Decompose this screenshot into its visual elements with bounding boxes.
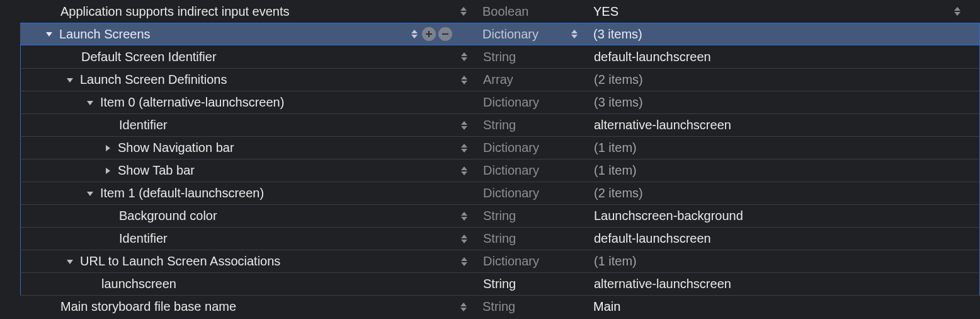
chevron-down-icon[interactable] — [65, 257, 75, 267]
remove-button[interactable] — [438, 27, 452, 41]
value-cell[interactable]: Main — [581, 299, 980, 314]
table-row[interactable]: Show Tab barDictionary(1 item) — [20, 159, 980, 182]
key-cell[interactable]: Main storyboard file base name — [20, 296, 474, 318]
type-cell[interactable]: Dictionary — [474, 186, 581, 200]
value-label: (1 item) — [594, 163, 637, 178]
key-stepper-icon[interactable] — [411, 29, 418, 39]
value-label: (1 item) — [594, 141, 637, 155]
key-label: Identifier — [119, 118, 168, 132]
table-row[interactable]: IdentifierStringdefault-launchscreen — [20, 227, 980, 250]
type-cell[interactable]: Dictionary — [474, 141, 581, 155]
value-cell[interactable]: alternative-launchscreen — [581, 118, 979, 132]
value-cell[interactable]: (1 item) — [581, 141, 979, 155]
table-row[interactable]: Launch ScreensDictionary(3 items) — [20, 23, 980, 45]
chevron-right-icon[interactable] — [103, 166, 113, 176]
chevron-down-icon[interactable] — [85, 98, 95, 108]
key-cell[interactable]: Identifier — [21, 114, 474, 136]
key-cell[interactable]: Background color — [21, 205, 474, 227]
value-label: Launchscreen-background — [594, 209, 743, 223]
add-button[interactable] — [422, 27, 436, 41]
value-label: default-launchscreen — [594, 50, 711, 64]
key-cell[interactable]: Launch Screen Definitions — [21, 69, 474, 91]
key-stepper-icon[interactable] — [460, 120, 468, 130]
type-cell[interactable]: Dictionary — [474, 163, 581, 178]
type-cell[interactable]: Array — [474, 72, 581, 87]
value-label: (3 items) — [593, 27, 642, 42]
table-row[interactable]: Item 0 (alternative-launchscreen)Diction… — [20, 91, 980, 113]
table-row[interactable]: Launch Screen DefinitionsArray(2 items) — [20, 68, 980, 91]
key-stepper-icon[interactable] — [460, 302, 467, 312]
key-cell[interactable]: Show Tab bar — [21, 160, 474, 182]
table-row[interactable]: Application supports indirect input even… — [20, 0, 980, 23]
key-cell[interactable]: Show Navigation bar — [21, 137, 474, 159]
key-stepper-icon[interactable] — [460, 52, 468, 62]
type-cell[interactable]: Dictionary — [474, 95, 581, 110]
value-cell[interactable]: Launchscreen-background — [581, 209, 979, 223]
key-stepper-icon[interactable] — [460, 143, 468, 153]
type-cell[interactable]: String — [474, 50, 581, 64]
type-cell[interactable]: String — [474, 231, 581, 246]
key-cell[interactable]: Launch Screens — [20, 23, 474, 45]
chevron-down-icon[interactable] — [85, 188, 95, 199]
key-stepper-icon[interactable] — [460, 257, 468, 267]
value-stepper-icon[interactable] — [954, 6, 961, 16]
table-row[interactable]: Main storyboard file base nameStringMain — [20, 295, 980, 318]
table-row[interactable]: Default Screen IdentifierStringdefault-l… — [20, 45, 980, 68]
value-cell[interactable]: (2 items) — [581, 72, 979, 87]
type-label: String — [483, 231, 516, 246]
value-cell[interactable]: YES — [581, 4, 980, 19]
key-label: Item 0 (alternative-launchscreen) — [100, 95, 284, 110]
type-label: Boolean — [482, 4, 528, 19]
value-cell[interactable]: (2 items) — [581, 186, 979, 200]
type-label: Dictionary — [483, 186, 539, 200]
key-label: Item 1 (default-launchscreen) — [100, 186, 264, 200]
key-label: Show Navigation bar — [118, 141, 234, 155]
chevron-down-icon[interactable] — [44, 29, 54, 39]
key-cell[interactable]: Application supports indirect input even… — [20, 0, 474, 23]
key-cell[interactable]: Identifier — [21, 228, 474, 250]
table-row[interactable]: IdentifierStringalternative-launchscreen — [20, 113, 980, 136]
key-stepper-icon[interactable] — [460, 75, 468, 85]
type-cell[interactable]: String — [474, 299, 581, 314]
value-cell[interactable]: (1 item) — [581, 254, 979, 269]
key-cell[interactable]: Default Screen Identifier — [21, 45, 474, 68]
type-label: String — [483, 277, 516, 291]
table-row[interactable]: URL to Launch Screen AssociationsDiction… — [20, 250, 980, 272]
key-stepper-icon[interactable] — [460, 166, 468, 176]
type-cell[interactable]: String — [474, 277, 581, 291]
key-label: Launch Screens — [59, 27, 151, 42]
table-row[interactable]: launchscreenStringalternative-launchscre… — [20, 272, 980, 295]
value-cell[interactable]: (3 items) — [581, 27, 979, 42]
add-remove-controls — [422, 27, 452, 41]
value-cell[interactable]: default-launchscreen — [581, 50, 979, 64]
value-cell[interactable]: (3 items) — [581, 95, 979, 110]
key-cell[interactable]: URL to Launch Screen Associations — [21, 250, 474, 272]
key-stepper-icon[interactable] — [460, 234, 468, 244]
key-label: launchscreen — [101, 277, 176, 291]
table-row[interactable]: Item 1 (default-launchscreen)Dictionary(… — [20, 182, 980, 204]
value-label: alternative-launchscreen — [594, 118, 731, 132]
key-cell[interactable]: Item 1 (default-launchscreen) — [21, 182, 474, 204]
value-cell[interactable]: alternative-launchscreen — [581, 277, 979, 291]
type-cell[interactable]: String — [474, 118, 581, 132]
type-cell[interactable]: Dictionary — [474, 27, 581, 42]
value-cell[interactable]: (1 item) — [581, 163, 979, 178]
key-cell[interactable]: Item 0 (alternative-launchscreen) — [21, 91, 474, 113]
chevron-right-icon[interactable] — [103, 143, 113, 153]
type-cell[interactable]: String — [474, 209, 581, 223]
chevron-down-icon[interactable] — [65, 75, 75, 85]
table-row[interactable]: Background colorStringLaunchscreen-backg… — [20, 204, 980, 227]
type-label: Dictionary — [483, 254, 539, 269]
type-stepper-icon[interactable] — [571, 29, 578, 39]
key-stepper-icon[interactable] — [460, 6, 467, 16]
value-cell[interactable]: default-launchscreen — [581, 231, 979, 246]
plist-editor[interactable]: Application supports indirect input even… — [20, 0, 980, 318]
key-stepper-icon[interactable] — [460, 211, 468, 221]
key-label: Launch Screen Definitions — [80, 72, 227, 87]
key-cell[interactable]: launchscreen — [21, 273, 474, 295]
table-row[interactable]: Show Navigation barDictionary(1 item) — [20, 136, 980, 159]
type-label: Array — [483, 72, 513, 87]
type-cell[interactable]: Dictionary — [474, 254, 581, 269]
type-cell[interactable]: Boolean — [474, 4, 581, 19]
value-label: (2 items) — [594, 72, 643, 87]
